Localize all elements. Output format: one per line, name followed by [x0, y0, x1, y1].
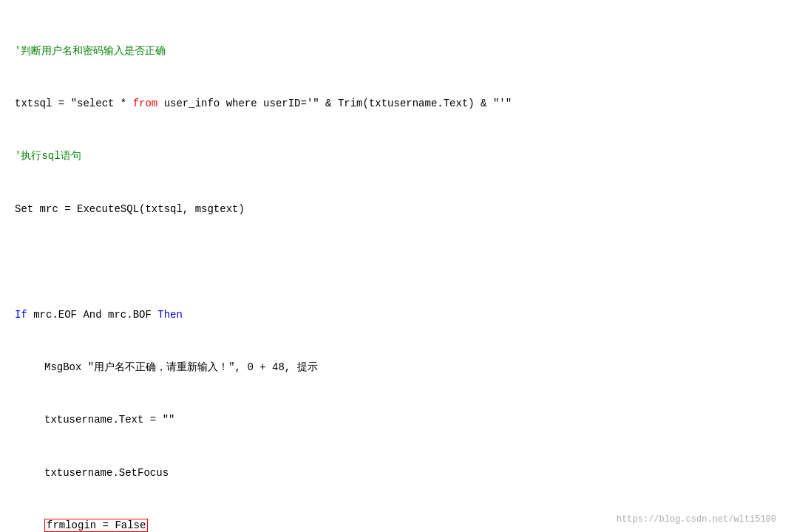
frmlogin1-highlight: frmlogin = False: [44, 519, 148, 532]
txtuser-focus-line: txtusername.SetFocus: [15, 465, 776, 482]
footer-url: https://blog.csdn.net/wlt15100: [617, 514, 776, 525]
code-block: '判断用户名和密码输入是否正确 txtsql = "select * from …: [15, 7, 776, 532]
if-mrc-line: If mrc.EOF And mrc.BOF Then: [15, 307, 776, 324]
comment-line-2: '执行sql语句: [15, 148, 776, 166]
comment-line-1: '判断用户名和密码输入是否正确: [15, 43, 776, 61]
blank-1: [15, 253, 776, 271]
msgbox1-line: MsgBox "用户名不正确，请重新输入！", 0 + 48, 提示: [15, 359, 776, 377]
txtuser-text-line: txtusername.Text = "": [15, 412, 776, 429]
code-container: '判断用户名和密码输入是否正确 txtsql = "select * from …: [15, 7, 776, 532]
txtsql-line: txtsql = "select * from user_info where …: [15, 95, 776, 113]
setmrc-line: Set mrc = ExecuteSQL(txtsql, msgtext): [15, 201, 776, 219]
